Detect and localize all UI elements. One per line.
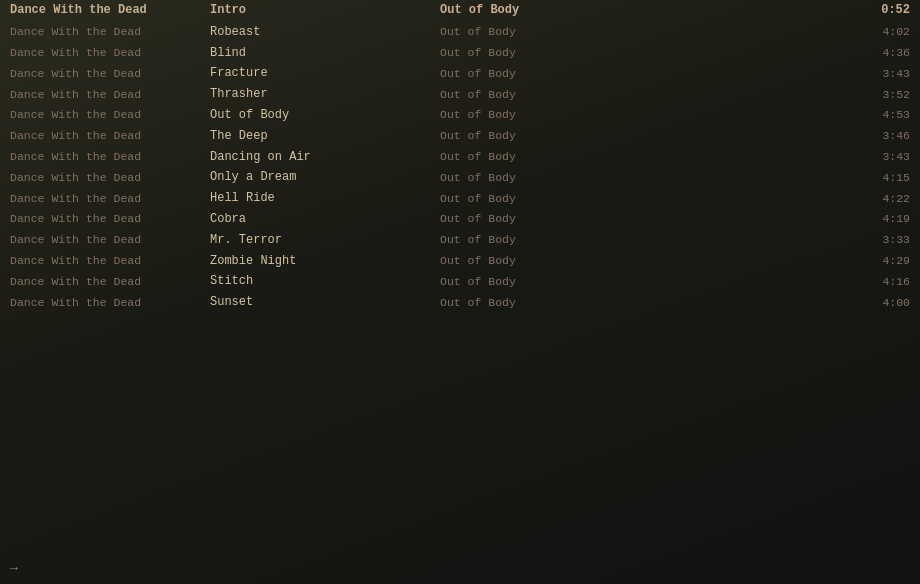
- track-artist: Dance With the Dead: [10, 45, 210, 61]
- track-title: Stitch: [210, 273, 440, 290]
- track-album: Out of Body: [440, 66, 850, 82]
- table-row[interactable]: Dance With the DeadZombie NightOut of Bo…: [0, 251, 920, 272]
- header-duration: 0:52: [850, 2, 910, 19]
- track-list-header: Dance With the Dead Intro Out of Body 0:…: [0, 0, 920, 22]
- track-duration: 3:43: [850, 66, 910, 82]
- track-album: Out of Body: [440, 87, 850, 103]
- table-row[interactable]: Dance With the DeadFractureOut of Body3:…: [0, 63, 920, 84]
- track-artist: Dance With the Dead: [10, 149, 210, 165]
- track-album: Out of Body: [440, 45, 850, 61]
- track-title: Thrasher: [210, 86, 440, 103]
- track-duration: 4:00: [850, 295, 910, 311]
- track-duration: 4:22: [850, 191, 910, 207]
- track-title: Cobra: [210, 211, 440, 228]
- track-album: Out of Body: [440, 24, 850, 40]
- header-artist: Dance With the Dead: [10, 2, 210, 19]
- table-row[interactable]: Dance With the DeadMr. TerrorOut of Body…: [0, 230, 920, 251]
- track-album: Out of Body: [440, 211, 850, 227]
- track-title: The Deep: [210, 128, 440, 145]
- table-row[interactable]: Dance With the DeadStitchOut of Body4:16: [0, 271, 920, 292]
- track-artist: Dance With the Dead: [10, 274, 210, 290]
- track-duration: 4:16: [850, 274, 910, 290]
- table-row[interactable]: Dance With the DeadOut of BodyOut of Bod…: [0, 105, 920, 126]
- header-album: Out of Body: [440, 2, 850, 19]
- track-title: Only a Dream: [210, 169, 440, 186]
- track-artist: Dance With the Dead: [10, 128, 210, 144]
- table-row[interactable]: Dance With the DeadThrasherOut of Body3:…: [0, 84, 920, 105]
- track-artist: Dance With the Dead: [10, 232, 210, 248]
- track-artist: Dance With the Dead: [10, 253, 210, 269]
- track-artist: Dance With the Dead: [10, 211, 210, 227]
- track-title: Mr. Terror: [210, 232, 440, 249]
- track-album: Out of Body: [440, 274, 850, 290]
- track-title: Blind: [210, 45, 440, 62]
- track-duration: 4:19: [850, 211, 910, 227]
- track-album: Out of Body: [440, 170, 850, 186]
- track-duration: 3:43: [850, 149, 910, 165]
- track-duration: 3:46: [850, 128, 910, 144]
- table-row[interactable]: Dance With the DeadRobeastOut of Body4:0…: [0, 22, 920, 43]
- track-title: Hell Ride: [210, 190, 440, 207]
- track-artist: Dance With the Dead: [10, 170, 210, 186]
- table-row[interactable]: Dance With the DeadCobraOut of Body4:19: [0, 209, 920, 230]
- track-artist: Dance With the Dead: [10, 87, 210, 103]
- table-row[interactable]: Dance With the DeadBlindOut of Body4:36: [0, 43, 920, 64]
- track-album: Out of Body: [440, 191, 850, 207]
- track-artist: Dance With the Dead: [10, 191, 210, 207]
- header-title: Intro: [210, 2, 440, 19]
- track-title: Sunset: [210, 294, 440, 311]
- table-row[interactable]: Dance With the DeadOnly a DreamOut of Bo…: [0, 167, 920, 188]
- track-album: Out of Body: [440, 128, 850, 144]
- track-title: Dancing on Air: [210, 149, 440, 166]
- table-row[interactable]: Dance With the DeadSunsetOut of Body4:00: [0, 292, 920, 313]
- track-duration: 4:29: [850, 253, 910, 269]
- track-album: Out of Body: [440, 232, 850, 248]
- track-duration: 3:52: [850, 87, 910, 103]
- track-album: Out of Body: [440, 149, 850, 165]
- track-album: Out of Body: [440, 107, 850, 123]
- track-artist: Dance With the Dead: [10, 66, 210, 82]
- track-artist: Dance With the Dead: [10, 295, 210, 311]
- track-list: Dance With the Dead Intro Out of Body 0:…: [0, 0, 920, 313]
- track-album: Out of Body: [440, 295, 850, 311]
- track-album: Out of Body: [440, 253, 850, 269]
- track-duration: 4:15: [850, 170, 910, 186]
- track-artist: Dance With the Dead: [10, 107, 210, 123]
- track-duration: 3:33: [850, 232, 910, 248]
- track-title: Fracture: [210, 65, 440, 82]
- table-row[interactable]: Dance With the DeadDancing on AirOut of …: [0, 147, 920, 168]
- track-title: Robeast: [210, 24, 440, 41]
- table-row[interactable]: Dance With the DeadThe DeepOut of Body3:…: [0, 126, 920, 147]
- track-duration: 4:53: [850, 107, 910, 123]
- bottom-arrow: →: [10, 561, 18, 576]
- track-duration: 4:02: [850, 24, 910, 40]
- track-title: Zombie Night: [210, 253, 440, 270]
- track-artist: Dance With the Dead: [10, 24, 210, 40]
- track-title: Out of Body: [210, 107, 440, 124]
- track-duration: 4:36: [850, 45, 910, 61]
- table-row[interactable]: Dance With the DeadHell RideOut of Body4…: [0, 188, 920, 209]
